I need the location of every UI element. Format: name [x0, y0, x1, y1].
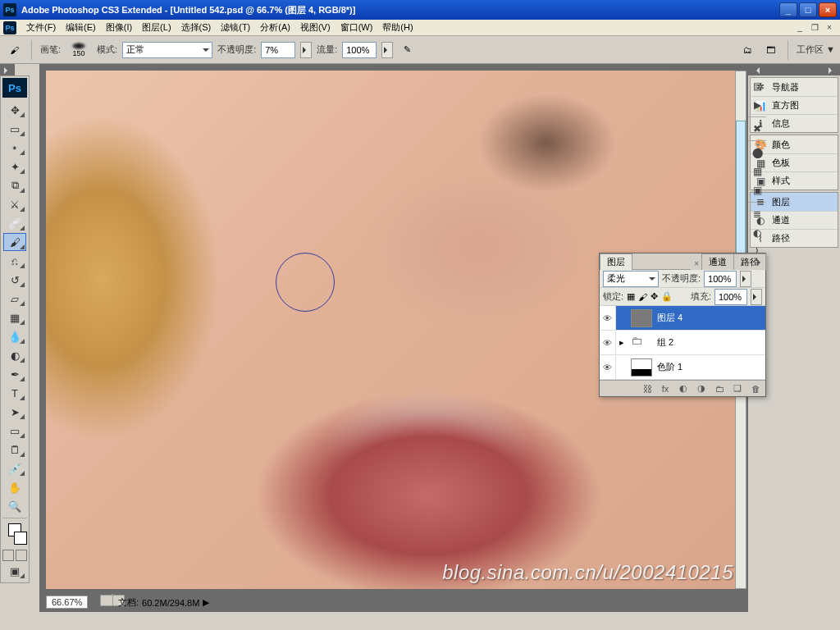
- layer-list: 👁 图层 4 👁 ▸ 🗀 组 2 👁 色阶 1: [600, 306, 765, 380]
- color-swatches[interactable]: [2, 523, 27, 546]
- dock-icon-5[interactable]: ▦: [749, 163, 765, 180]
- mdi-close-button[interactable]: ×: [824, 22, 835, 32]
- fill-flyout[interactable]: [751, 289, 762, 305]
- close-button[interactable]: ×: [819, 2, 837, 17]
- menu-view[interactable]: 视图(V): [295, 20, 336, 35]
- flow-flyout-button[interactable]: [381, 42, 393, 58]
- brush-tool-icon[interactable]: 🖌: [5, 41, 23, 59]
- brush-tool[interactable]: 🖌: [3, 233, 26, 251]
- dock-icon-7[interactable]: ≣: [749, 206, 765, 222]
- mdi-restore-button[interactable]: ❐: [809, 22, 820, 32]
- lasso-tool[interactable]: ⭑: [3, 139, 26, 157]
- eyedropper-tool[interactable]: 💉: [3, 459, 26, 477]
- visibility-toggle[interactable]: 👁: [600, 355, 616, 379]
- tab-layers[interactable]: 图层: [600, 253, 632, 270]
- lock-position-button[interactable]: ✥: [651, 291, 658, 302]
- layer-item-4[interactable]: 👁 图层 4: [600, 306, 765, 331]
- maximize-button[interactable]: □: [799, 2, 817, 17]
- quick-select-tool[interactable]: ✦: [3, 158, 26, 176]
- crop-tool[interactable]: ⧉: [3, 176, 26, 194]
- lock-pixels-button[interactable]: 🖌: [638, 292, 647, 302]
- menu-help[interactable]: 帮助(H): [377, 20, 418, 35]
- menu-filter[interactable]: 滤镜(T): [216, 20, 255, 35]
- layer-mask-button[interactable]: ◐: [677, 383, 690, 395]
- layer-item-levels1[interactable]: 👁 色阶 1: [600, 355, 765, 380]
- menu-window[interactable]: 窗口(W): [336, 20, 378, 35]
- horizontal-scrollbar[interactable]: [112, 594, 113, 605]
- lock-all-button[interactable]: 🔒: [661, 291, 673, 302]
- dock-icon-1[interactable]: ▤: [749, 78, 765, 94]
- dock-icon-2[interactable]: ▶: [749, 97, 765, 113]
- healing-brush-tool[interactable]: 🩹: [3, 214, 26, 232]
- adjustment-thumbnail[interactable]: [631, 358, 652, 377]
- window-title: Adobe Photoshop CS3 Extended - [Untitled…: [21, 4, 779, 16]
- marquee-tool[interactable]: ▭: [3, 120, 26, 138]
- mode-label: 模式:: [97, 43, 117, 56]
- new-group-button[interactable]: 🗀: [713, 383, 726, 395]
- history-brush-tool[interactable]: ↺: [3, 271, 26, 289]
- layer-opacity-input[interactable]: 100%: [704, 271, 737, 287]
- menu-select[interactable]: 选择(S): [176, 20, 217, 35]
- layer-style-button[interactable]: fx: [659, 383, 672, 395]
- panel-menu-button[interactable]: [752, 255, 764, 267]
- blur-tool[interactable]: 💧: [3, 327, 26, 345]
- fill-input[interactable]: 100%: [714, 289, 747, 305]
- zoom-input[interactable]: 66.67%: [46, 596, 88, 609]
- menu-layer[interactable]: 图层(L): [137, 20, 176, 35]
- flow-input[interactable]: 100%: [342, 42, 377, 58]
- opacity-input[interactable]: 7%: [261, 42, 295, 58]
- group-expand-toggle[interactable]: ▸: [616, 337, 628, 348]
- workspace-menu[interactable]: 工作区 ▼: [797, 43, 835, 56]
- doc-info-flyout[interactable]: ▶: [203, 597, 209, 608]
- file-browser-button[interactable]: 🗂: [738, 41, 756, 59]
- standard-mode-button[interactable]: [2, 550, 14, 561]
- visibility-toggle[interactable]: 👁: [600, 331, 616, 354]
- menu-edit[interactable]: 编辑(E): [61, 20, 101, 35]
- screen-mode-button[interactable]: ▣: [3, 562, 26, 580]
- brush-preset-picker[interactable]: 150: [66, 39, 92, 62]
- new-layer-button[interactable]: ❏: [731, 383, 744, 395]
- menu-image[interactable]: 图像(I): [101, 20, 137, 35]
- layer-thumbnail[interactable]: [631, 309, 652, 327]
- bridge-button[interactable]: 🗔: [761, 41, 779, 59]
- toolbox-collapse-handle[interactable]: [0, 64, 15, 75]
- dock-icon-6[interactable]: ▣: [749, 182, 765, 199]
- mdi-minimize-button[interactable]: _: [794, 22, 806, 32]
- layer-blend-select[interactable]: 柔光: [603, 271, 659, 287]
- move-tool[interactable]: ✥: [3, 101, 26, 119]
- clone-stamp-tool[interactable]: ⎌: [3, 252, 26, 270]
- hand-tool[interactable]: ✋: [3, 478, 26, 496]
- opacity-flyout-button[interactable]: [300, 42, 312, 58]
- minimize-button[interactable]: _: [779, 2, 797, 17]
- link-layers-button[interactable]: ⛓: [641, 383, 654, 395]
- eraser-tool[interactable]: ▱: [3, 290, 26, 308]
- options-bar: 🖌 画笔: 150 模式: 正常 不透明度: 7% 流量: 100% ✎ 🗂 🗔…: [0, 36, 840, 64]
- lock-transparency-button[interactable]: ▦: [627, 291, 635, 302]
- tab-close-icon[interactable]: ×: [691, 258, 702, 270]
- dodge-tool[interactable]: ◐: [3, 346, 26, 364]
- shape-tool[interactable]: ▭: [3, 422, 26, 440]
- airbrush-toggle[interactable]: ✎: [398, 41, 416, 59]
- pen-tool[interactable]: ✒: [3, 365, 26, 383]
- background-swatch[interactable]: [14, 532, 27, 545]
- tab-channels[interactable]: 通道: [701, 253, 734, 270]
- dock-header[interactable]: [748, 64, 840, 75]
- gradient-tool[interactable]: ▦: [3, 308, 26, 326]
- dock-icon-8[interactable]: ◐: [749, 225, 765, 241]
- adjustment-layer-button[interactable]: ◑: [695, 383, 708, 395]
- menu-analysis[interactable]: 分析(A): [255, 20, 295, 35]
- zoom-tool[interactable]: 🔍: [3, 497, 26, 515]
- visibility-toggle[interactable]: 👁: [600, 306, 616, 330]
- notes-tool[interactable]: 🗒: [3, 441, 26, 459]
- layer-item-group2[interactable]: 👁 ▸ 🗀 组 2: [600, 331, 765, 355]
- path-select-tool[interactable]: ➤: [3, 403, 26, 421]
- quickmask-mode-button[interactable]: [16, 550, 27, 561]
- slice-tool[interactable]: ⚔: [3, 195, 26, 213]
- blend-mode-select[interactable]: 正常: [122, 42, 212, 58]
- type-tool[interactable]: T: [3, 384, 26, 402]
- menu-file[interactable]: 文件(F): [21, 20, 61, 35]
- delete-layer-button[interactable]: 🗑: [749, 383, 762, 395]
- layer-opacity-flyout[interactable]: [740, 271, 751, 287]
- dock-icon-4[interactable]: ⬤: [749, 144, 765, 161]
- dock-icon-3[interactable]: ✖: [749, 121, 765, 137]
